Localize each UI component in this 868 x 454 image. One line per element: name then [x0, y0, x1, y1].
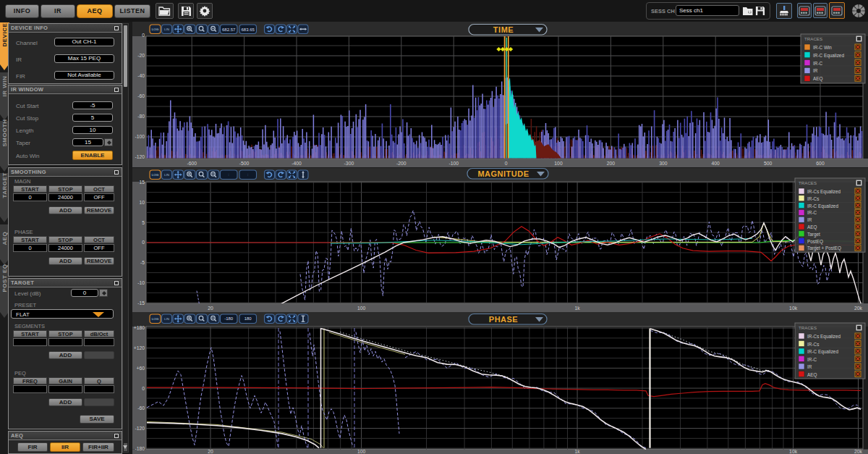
- svg-text:Target + PostEQ: Target + PostEQ: [807, 245, 841, 251]
- svg-text:Target: Target: [807, 232, 820, 237]
- svg-text:IR: IR: [813, 68, 818, 73]
- svg-text:5: 5: [142, 220, 145, 225]
- svg-text:400: 400: [712, 161, 720, 166]
- svg-text:10: 10: [139, 200, 145, 205]
- svg-text:IR-C Equalized: IR-C Equalized: [807, 349, 838, 355]
- svg-text:IR-C: IR-C: [813, 61, 823, 66]
- svg-text:AEQ: AEQ: [807, 224, 817, 230]
- svg-text:TRACES: TRACES: [799, 325, 817, 330]
- svg-text:100: 100: [357, 449, 366, 454]
- svg-text:20k: 20k: [854, 449, 863, 454]
- svg-text:PostEQ: PostEQ: [807, 239, 823, 245]
- svg-text:+120: +120: [134, 345, 145, 350]
- svg-text:-60: -60: [137, 405, 145, 411]
- svg-text:0: 0: [142, 386, 145, 391]
- svg-text:20k: 20k: [854, 306, 863, 311]
- svg-text:100: 100: [357, 306, 366, 311]
- svg-text:MAGNITUDE: MAGNITUDE: [477, 169, 529, 178]
- svg-text:1k: 1k: [575, 449, 581, 454]
- svg-text:+180: +180: [134, 325, 145, 330]
- svg-text:IR-Cs Equalized: IR-Cs Equalized: [807, 189, 841, 195]
- svg-text:20: 20: [208, 449, 213, 454]
- svg-text:LIN: LIN: [164, 28, 169, 31]
- svg-text:-120: -120: [135, 154, 145, 159]
- svg-text:-300: -300: [344, 161, 354, 166]
- svg-text:LOG: LOG: [152, 317, 159, 321]
- svg-text:-100: -100: [135, 134, 145, 139]
- svg-text:IR-C Equalized: IR-C Equalized: [813, 53, 844, 59]
- svg-text:0: 0: [142, 33, 145, 38]
- svg-text:LIN: LIN: [164, 173, 169, 177]
- svg-text:-600: -600: [187, 161, 197, 166]
- svg-text:IR-C Equalized: IR-C Equalized: [807, 203, 838, 209]
- svg-text:IR: IR: [807, 217, 812, 222]
- svg-text:-400: -400: [292, 161, 302, 166]
- svg-text:180: 180: [244, 316, 252, 321]
- svg-text:PHASE: PHASE: [489, 315, 518, 324]
- svg-text:683.65: 683.65: [242, 28, 255, 32]
- svg-text:-180: -180: [135, 446, 145, 451]
- svg-text:682.57: 682.57: [222, 28, 236, 32]
- svg-text:600: 600: [816, 161, 825, 166]
- svg-text:+60: +60: [136, 366, 145, 371]
- svg-text:IR: IR: [807, 364, 812, 369]
- svg-text:TIME: TIME: [493, 25, 514, 34]
- svg-text:TRACES: TRACES: [799, 180, 817, 185]
- svg-text:LIN: LIN: [164, 317, 169, 321]
- svg-text:IR-C Win: IR-C Win: [813, 45, 832, 50]
- svg-text:-500: -500: [239, 161, 250, 166]
- svg-text:IR-Cs: IR-Cs: [807, 342, 819, 347]
- svg-text:1k: 1k: [575, 306, 581, 311]
- svg-text:LOG: LOG: [152, 173, 159, 177]
- svg-text:-200: -200: [396, 161, 407, 166]
- svg-text:-40: -40: [137, 73, 145, 78]
- svg-text:-80: -80: [137, 114, 145, 119]
- svg-text:0: 0: [142, 240, 145, 245]
- svg-text:-15: -15: [137, 300, 145, 306]
- svg-text:IR-C: IR-C: [807, 357, 817, 362]
- svg-text:10k: 10k: [789, 449, 798, 454]
- svg-text:100: 100: [554, 161, 563, 166]
- svg-text:300: 300: [659, 161, 668, 166]
- svg-text:-120: -120: [135, 426, 145, 431]
- svg-text:AEQ: AEQ: [813, 76, 823, 82]
- svg-text:-180: -180: [224, 316, 234, 321]
- svg-text:IR-Cs Equalized: IR-Cs Equalized: [807, 334, 841, 340]
- svg-text:15: 15: [139, 180, 145, 185]
- svg-text:200: 200: [607, 161, 616, 166]
- svg-text:IR-C: IR-C: [807, 210, 817, 215]
- svg-text:TRACES: TRACES: [804, 36, 822, 41]
- svg-text:IR-Cs: IR-Cs: [807, 196, 819, 201]
- svg-text:500: 500: [764, 161, 773, 166]
- svg-text:-5: -5: [140, 260, 145, 265]
- svg-text:-100: -100: [448, 161, 459, 166]
- svg-text:0: 0: [505, 161, 508, 166]
- svg-text:AEQ: AEQ: [807, 372, 817, 378]
- svg-text:20: 20: [208, 306, 213, 311]
- svg-text:10k: 10k: [789, 306, 798, 311]
- svg-text:-10: -10: [137, 280, 145, 285]
- svg-text:-20: -20: [137, 53, 145, 58]
- svg-text:-60: -60: [137, 93, 145, 98]
- svg-text:LOG: LOG: [152, 28, 159, 31]
